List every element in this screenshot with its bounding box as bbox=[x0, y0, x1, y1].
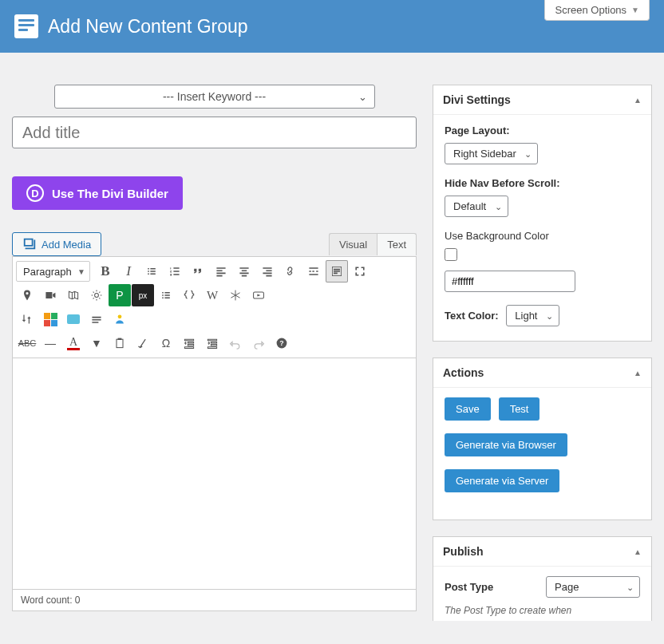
svg-point-3 bbox=[118, 314, 122, 318]
document-icon bbox=[14, 14, 38, 38]
hide-nav-select[interactable]: Default bbox=[445, 196, 508, 217]
media-icon bbox=[22, 237, 37, 251]
brightness-icon[interactable] bbox=[85, 284, 108, 306]
svg-rect-4 bbox=[117, 339, 123, 347]
align-center-button[interactable] bbox=[233, 260, 255, 282]
screen-options-button[interactable]: Screen Options ▼ bbox=[544, 0, 650, 21]
strikethrough-button[interactable]: ABC bbox=[16, 332, 38, 354]
help-button[interactable]: ? bbox=[271, 332, 293, 354]
panel-toggle-icon[interactable]: ▲ bbox=[634, 96, 642, 105]
title-input[interactable] bbox=[12, 117, 417, 148]
blockquote-button[interactable] bbox=[187, 260, 209, 282]
pixabay-icon[interactable]: px bbox=[132, 284, 154, 306]
location-pin-icon[interactable] bbox=[16, 284, 38, 306]
undo-button[interactable] bbox=[224, 332, 247, 354]
special-character-button[interactable]: Ω bbox=[155, 332, 177, 354]
bullet-list-button[interactable] bbox=[140, 260, 163, 282]
curly-braces-icon[interactable] bbox=[178, 284, 200, 306]
word-count-label: Word count: bbox=[21, 595, 75, 606]
generate-server-button[interactable]: Generate via Server bbox=[445, 469, 559, 492]
map-icon[interactable] bbox=[62, 284, 85, 306]
sort-icon[interactable] bbox=[16, 308, 38, 330]
keyword-select-wrap: --- Insert Keyword --- ⌄ bbox=[54, 85, 375, 109]
add-media-button[interactable]: Add Media bbox=[12, 232, 101, 256]
svg-rect-5 bbox=[118, 338, 122, 340]
wikipedia-icon[interactable]: W bbox=[201, 284, 223, 306]
generate-browser-button[interactable]: Generate via Browser bbox=[445, 433, 567, 456]
italic-button[interactable]: I bbox=[117, 260, 140, 282]
ordered-list-icon[interactable] bbox=[155, 284, 177, 306]
indent-button[interactable] bbox=[201, 332, 223, 354]
numbered-list-button[interactable] bbox=[164, 260, 186, 282]
youtube-icon[interactable] bbox=[247, 284, 270, 306]
word-count-value: 0 bbox=[75, 595, 81, 606]
page-title: Add New Content Group bbox=[48, 16, 248, 38]
person-icon[interactable] bbox=[109, 308, 131, 330]
publish-panel: Publish ▲ Post Type Page ⌄ The Post Type… bbox=[433, 536, 652, 621]
insert-keyword-select[interactable]: --- Insert Keyword --- bbox=[54, 85, 375, 109]
text-color-button[interactable]: A bbox=[62, 332, 85, 354]
post-type-select[interactable]: Page bbox=[546, 576, 640, 598]
read-more-button[interactable] bbox=[302, 260, 325, 282]
grid-icon[interactable] bbox=[39, 308, 61, 330]
fullscreen-button[interactable] bbox=[349, 260, 371, 282]
test-button[interactable]: Test bbox=[499, 397, 540, 421]
align-left-button[interactable] bbox=[210, 260, 232, 282]
bold-button[interactable]: B bbox=[94, 260, 117, 282]
svg-point-1 bbox=[95, 294, 99, 298]
caret-down-icon: ▼ bbox=[631, 6, 639, 14]
text-color-dropdown[interactable]: ▼ bbox=[85, 332, 108, 354]
tab-text[interactable]: Text bbox=[377, 233, 417, 255]
post-type-hint: The Post Type to create when bbox=[445, 604, 640, 618]
bg-color-label: Use Background Color bbox=[445, 230, 640, 242]
panel-title: Actions bbox=[443, 366, 484, 379]
panel-title: Divi Settings bbox=[443, 93, 511, 106]
screen-options-label: Screen Options bbox=[555, 4, 626, 16]
save-button[interactable]: Save bbox=[445, 397, 491, 421]
outdent-button[interactable] bbox=[178, 332, 200, 354]
paste-button[interactable] bbox=[109, 332, 131, 354]
use-divi-builder-button[interactable]: D Use The Divi Builder bbox=[12, 176, 183, 210]
page-layout-select[interactable]: Right Sidebar bbox=[445, 143, 538, 164]
bg-color-input[interactable] bbox=[445, 271, 575, 292]
editor-tabs: Visual Text bbox=[329, 233, 417, 255]
toolbar-toggle-button[interactable] bbox=[326, 260, 348, 282]
video-icon[interactable] bbox=[39, 284, 61, 306]
svg-text:?: ? bbox=[279, 339, 283, 347]
box-cyan-icon[interactable] bbox=[62, 308, 85, 330]
add-media-label: Add Media bbox=[42, 239, 91, 251]
divi-settings-panel: Divi Settings ▲ Page Layout: Right Sideb… bbox=[433, 85, 652, 342]
bg-color-checkbox[interactable] bbox=[445, 248, 457, 261]
editor-content-area[interactable] bbox=[12, 358, 417, 590]
redo-button[interactable] bbox=[247, 332, 270, 354]
page-layout-label: Page Layout: bbox=[445, 124, 640, 136]
post-type-label: Post Type bbox=[445, 581, 493, 593]
panel-title: Publish bbox=[443, 545, 484, 558]
header-bar: Add New Content Group Screen Options ▼ bbox=[0, 0, 664, 53]
paragraph-format-select[interactable]: Paragraph bbox=[16, 261, 90, 282]
divi-button-label: Use The Divi Builder bbox=[52, 187, 168, 200]
snowflake-icon[interactable] bbox=[224, 284, 247, 306]
text-color-label: Text Color: bbox=[445, 310, 499, 322]
actions-panel: Actions ▲ Save Test Generate via Browser… bbox=[433, 358, 652, 520]
panel-toggle-icon[interactable]: ▲ bbox=[634, 369, 642, 377]
link-button[interactable] bbox=[279, 260, 302, 282]
horizontal-rule-button[interactable]: — bbox=[39, 332, 61, 354]
word-count-bar: Word count: 0 bbox=[12, 590, 417, 611]
tab-visual[interactable]: Visual bbox=[329, 233, 377, 255]
align-right-button[interactable] bbox=[256, 260, 279, 282]
lines-icon[interactable] bbox=[85, 308, 108, 330]
divi-logo-icon: D bbox=[26, 184, 44, 202]
editor-toolbar: Paragraph ▼ B I bbox=[12, 256, 417, 358]
pexels-icon[interactable]: P bbox=[109, 284, 131, 306]
text-color-select[interactable]: Light bbox=[506, 305, 559, 326]
clear-formatting-button[interactable] bbox=[132, 332, 154, 354]
panel-toggle-icon[interactable]: ▲ bbox=[634, 547, 642, 556]
hide-nav-label: Hide Nav Before Scroll: bbox=[445, 177, 640, 189]
